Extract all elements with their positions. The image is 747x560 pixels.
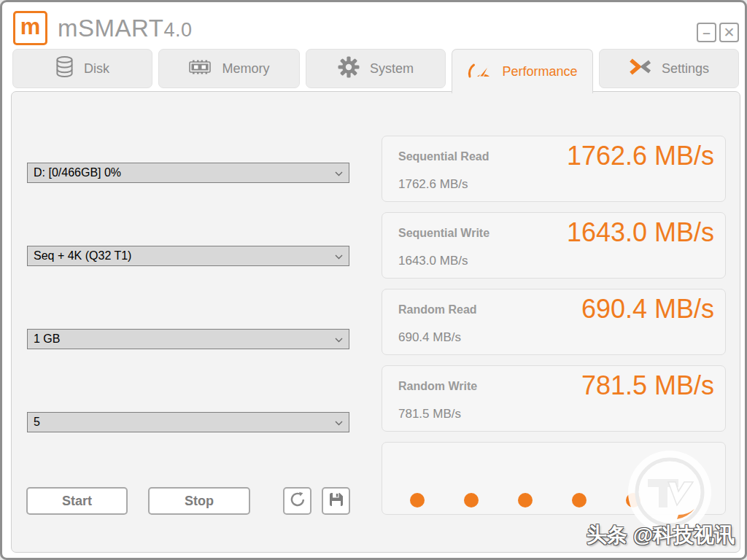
result-label: Random Read bbox=[398, 303, 477, 316]
loop-dropdown[interactable]: 5 bbox=[27, 412, 349, 432]
result-value: 781.5 MB/s bbox=[581, 370, 714, 401]
gauge-icon bbox=[467, 60, 492, 83]
result-subvalue: 1762.6 MB/s bbox=[398, 177, 468, 192]
gear-icon bbox=[338, 56, 360, 82]
result-subvalue: 781.5 MB/s bbox=[398, 407, 461, 421]
result-label: Random Write bbox=[398, 380, 477, 393]
progress-dot bbox=[464, 493, 479, 508]
tab-disk[interactable]: Disk bbox=[12, 49, 152, 88]
close-button[interactable]: ✕ bbox=[719, 23, 739, 42]
tab-label: Settings bbox=[662, 61, 709, 77]
stop-button-label: Stop bbox=[185, 494, 214, 509]
progress-dot bbox=[410, 493, 425, 508]
minimize-icon: – bbox=[703, 25, 711, 41]
result-subvalue: 690.4 MB/s bbox=[398, 330, 461, 345]
result-value: 690.4 MB/s bbox=[581, 294, 714, 324]
result-card-random-read: Random Read 690.4 MB/s 690.4 MB/s bbox=[382, 289, 726, 355]
tab-system[interactable]: System bbox=[306, 49, 446, 88]
start-button[interactable]: Start bbox=[26, 487, 128, 515]
app-logo: m bbox=[13, 11, 47, 45]
tab-settings[interactable]: Settings bbox=[599, 49, 739, 88]
tab-memory[interactable]: Memory bbox=[158, 49, 300, 88]
type-dropdown[interactable]: Seq + 4K (Q32 T1) bbox=[27, 246, 349, 266]
result-card-sequential-write: Sequential Write 1643.0 MB/s 1643.0 MB/s bbox=[382, 212, 726, 279]
result-value: 1762.6 MB/s bbox=[567, 141, 714, 171]
refresh-icon bbox=[290, 491, 306, 511]
chevron-down-icon bbox=[335, 421, 343, 426]
app-title-version: 4.0 bbox=[163, 19, 192, 41]
result-label: Sequential Read bbox=[398, 150, 489, 163]
app-title: mSMART4.0 bbox=[58, 15, 192, 42]
result-card-random-write: Random Write 781.5 MB/s 781.5 MB/s bbox=[382, 365, 726, 432]
save-button[interactable] bbox=[322, 487, 350, 515]
test-range-value: 1 GB bbox=[34, 332, 60, 345]
progress-dot bbox=[572, 493, 587, 508]
tab-label: Disk bbox=[84, 61, 109, 77]
close-icon: ✕ bbox=[724, 24, 735, 41]
app-window: m mSMART4.0 – ✕ Disk bbox=[0, 0, 747, 560]
progress-dot bbox=[626, 493, 640, 508]
refresh-button[interactable] bbox=[283, 487, 311, 515]
tab-performance[interactable]: Performance bbox=[452, 49, 593, 93]
chevron-down-icon bbox=[335, 254, 343, 260]
progress-dots bbox=[410, 493, 640, 508]
result-value: 1643.0 MB/s bbox=[567, 217, 714, 248]
app-title-main: mSMART bbox=[58, 15, 163, 42]
save-icon bbox=[328, 491, 344, 511]
start-button-label: Start bbox=[62, 494, 92, 509]
disk-icon bbox=[55, 55, 74, 82]
memory-icon bbox=[188, 59, 212, 79]
progress-panel bbox=[382, 442, 726, 515]
tab-label: Memory bbox=[222, 61, 269, 77]
result-label: Sequential Write bbox=[398, 227, 489, 240]
tab-label: Performance bbox=[502, 64, 577, 79]
select-disk-value: D: [0/466GB] 0% bbox=[34, 166, 121, 179]
type-value: Seq + 4K (Q32 T1) bbox=[34, 249, 131, 262]
settings-icon bbox=[629, 58, 651, 79]
result-subvalue: 1643.0 MB/s bbox=[398, 254, 468, 268]
tab-label: System bbox=[370, 61, 414, 77]
minimize-button[interactable]: – bbox=[697, 23, 716, 42]
progress-dot bbox=[518, 493, 533, 508]
select-disk-dropdown[interactable]: D: [0/466GB] 0% bbox=[27, 163, 349, 183]
app-logo-letter: m bbox=[20, 15, 41, 38]
chevron-down-icon bbox=[335, 171, 343, 176]
test-range-dropdown[interactable]: 1 GB bbox=[27, 329, 349, 349]
stop-button[interactable]: Stop bbox=[148, 487, 250, 515]
chevron-down-icon bbox=[335, 338, 343, 343]
loop-value: 5 bbox=[34, 416, 40, 428]
result-card-sequential-read: Sequential Read 1762.6 MB/s 1762.6 MB/s bbox=[382, 136, 726, 202]
